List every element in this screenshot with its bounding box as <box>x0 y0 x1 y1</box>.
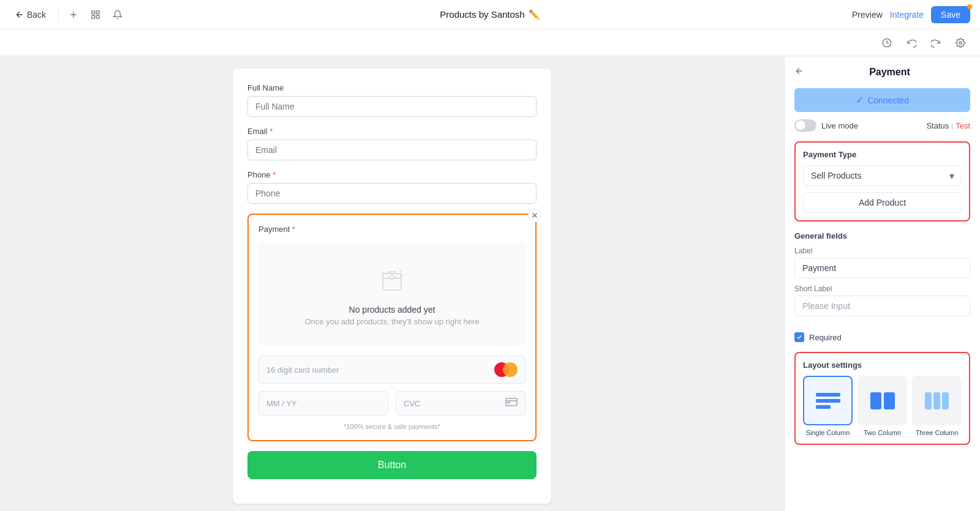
payment-type-section: Payment Type Sell Products Add Product <box>794 141 970 222</box>
required-checkbox[interactable] <box>794 332 804 342</box>
connected-label: Connected <box>867 95 909 105</box>
payment-box: ✕ Payment * <box>247 214 537 441</box>
svg-rect-6 <box>383 274 401 290</box>
submit-button[interactable]: Button <box>247 451 537 479</box>
card-cvc-field[interactable]: CVC <box>396 391 526 416</box>
second-toolbar <box>0 29 980 56</box>
cvc-placeholder: CVC <box>404 399 420 408</box>
back-arrow-icon <box>15 10 24 20</box>
bell-icon[interactable] <box>110 7 125 22</box>
empty-products-area: No products added yet Once you add produ… <box>258 241 526 346</box>
svg-point-8 <box>383 272 384 273</box>
svg-marker-10 <box>388 275 396 280</box>
live-mode-label: Live mode <box>821 121 858 130</box>
general-fields-label: General fields <box>794 231 970 241</box>
svg-rect-12 <box>507 402 510 403</box>
two-column-option[interactable]: Two Column <box>858 376 907 436</box>
add-product-button[interactable]: Add Product <box>803 192 962 213</box>
mastercard-icon <box>494 362 518 377</box>
label-field-label: Label <box>794 247 970 255</box>
payment-required-mark: * <box>292 225 295 234</box>
nav-title-container: Products by Santosh ✏️ <box>440 9 540 20</box>
svg-rect-3 <box>96 15 99 18</box>
clock-icon[interactable] <box>877 33 897 53</box>
three-column-card <box>912 376 962 425</box>
status-label: Status : Test <box>926 121 970 130</box>
phone-label: Phone * <box>247 170 537 179</box>
toolbar-right <box>877 33 970 53</box>
edit-title-icon[interactable]: ✏️ <box>529 9 540 20</box>
svg-rect-0 <box>92 11 95 14</box>
payment-label: Payment * <box>258 225 526 234</box>
email-label: Email * <box>247 127 537 136</box>
panel-back-button[interactable] <box>794 66 804 78</box>
nav-divider <box>58 7 59 22</box>
payment-type-label: Payment Type <box>803 150 962 159</box>
svg-point-9 <box>401 275 402 276</box>
card-expiry-field[interactable]: MM / YY <box>258 391 388 416</box>
single-column-label: Single Column <box>806 429 850 436</box>
check-icon <box>796 334 802 340</box>
email-input[interactable] <box>247 140 537 160</box>
card-details-row: MM / YY CVC <box>258 391 526 416</box>
three-column-option[interactable]: Three Column <box>912 376 962 436</box>
payment-field-wrapper: ✕ Payment * <box>247 214 537 479</box>
email-required-mark: * <box>270 127 273 136</box>
cvc-card-icon <box>505 398 518 409</box>
payment-type-select[interactable]: Sell Products <box>803 165 962 186</box>
payment-type-select-wrapper: Sell Products <box>803 165 962 186</box>
svg-point-7 <box>399 270 401 272</box>
phone-required-mark: * <box>273 170 276 179</box>
preview-button[interactable]: Preview <box>852 10 883 20</box>
svg-rect-2 <box>92 15 95 18</box>
settings-icon[interactable] <box>951 33 970 53</box>
full-name-field: Full Name <box>247 83 537 117</box>
card-number-field[interactable]: 16 digit card number <box>258 356 526 384</box>
expiry-placeholder: MM / YY <box>266 399 297 408</box>
undo-icon[interactable] <box>902 33 921 53</box>
two-col-icon <box>870 392 895 409</box>
nav-right: Preview Integrate Save <box>852 6 970 23</box>
secure-text: *100% secure & safe payments* <box>258 423 526 430</box>
redo-icon[interactable] <box>926 33 946 53</box>
two-column-card <box>858 376 907 425</box>
email-field: Email * <box>247 127 537 160</box>
nav-left: Back <box>10 7 852 22</box>
live-mode-toggle[interactable] <box>794 119 816 132</box>
empty-box-icon <box>374 261 410 297</box>
phone-field: Phone * <box>247 170 537 204</box>
layout-settings-section: Layout settings Single Column <box>794 352 970 445</box>
save-button[interactable]: Save <box>931 6 970 23</box>
full-name-input[interactable] <box>247 96 537 117</box>
two-column-label: Two Column <box>864 429 901 436</box>
page-title: Products by Santosh <box>440 9 524 20</box>
canvas-area: Full Name Email * Phone * <box>0 56 784 511</box>
main-layout: Full Name Email * Phone * <box>0 56 980 511</box>
payment-close-button[interactable]: ✕ <box>528 209 541 222</box>
plus-icon[interactable] <box>66 7 81 22</box>
grid-icon[interactable] <box>88 7 103 22</box>
full-name-label: Full Name <box>247 83 537 92</box>
integrate-button[interactable]: Integrate <box>890 10 924 20</box>
short-label-field-input[interactable] <box>794 296 970 316</box>
general-fields-section: General fields Label Short Label <box>794 231 970 323</box>
single-col-icon <box>816 393 840 409</box>
status-value: Test <box>956 121 970 130</box>
back-label: Back <box>27 10 46 20</box>
required-label: Required <box>809 333 842 342</box>
panel-header: Payment <box>794 66 970 78</box>
connected-button[interactable]: ✓ Connected <box>794 88 970 112</box>
back-button[interactable]: Back <box>10 7 51 22</box>
save-notification-dot <box>967 4 972 9</box>
label-field-input[interactable] <box>794 258 970 278</box>
svg-point-5 <box>959 42 962 44</box>
empty-subtitle: Once you add products, they'll show up r… <box>304 317 479 326</box>
toggle-knob <box>796 121 805 130</box>
mc-orange-circle <box>503 362 518 377</box>
live-mode-row: Live mode Status : Test <box>794 119 970 132</box>
right-panel: Payment ✓ Connected Live mode Status : T… <box>784 56 980 511</box>
phone-input[interactable] <box>247 183 537 204</box>
single-column-option[interactable]: Single Column <box>803 376 853 436</box>
card-number-placeholder: 16 digit card number <box>266 365 339 375</box>
form-canvas: Full Name Email * Phone * <box>233 69 551 504</box>
